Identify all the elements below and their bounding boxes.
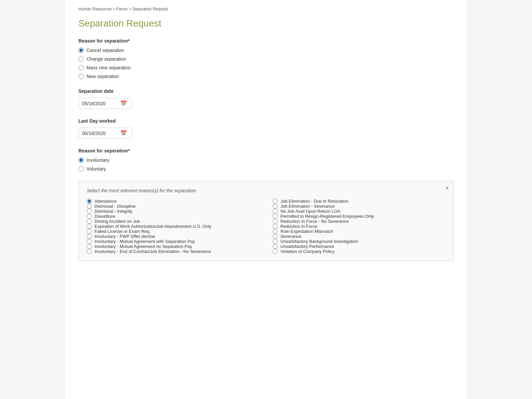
reason-radio-no-job-loa[interactable] [273, 209, 278, 214]
radio-option-mass[interactable]: Mass new separation [78, 65, 454, 70]
calendar-icon-sep[interactable]: 📅 [120, 100, 127, 107]
reasons-grid: AttendanceDismissal - DisciplineDismissa… [87, 199, 445, 254]
last-day-worked-label: Last Day worked [78, 118, 454, 124]
radio-option-change[interactable]: Change separation [78, 56, 454, 62]
radio-label-new: New separation [86, 74, 119, 79]
radio-label-sep-involuntary: Involuntary [86, 157, 109, 163]
reason-label-involuntary-fwp: Involuntary - FWP Offer decline [94, 234, 155, 239]
reason-radio-job-elim-severance[interactable] [273, 204, 278, 209]
reason-label-reduction-no-sev: Reduction In Force - No Severance [280, 219, 349, 224]
reason-label-severance: Severance [280, 234, 301, 239]
radio-input-sep-involuntary[interactable] [78, 157, 84, 163]
reason-label-attendance: Attendance [94, 199, 117, 204]
reason-option-attendance[interactable]: Attendance [87, 199, 259, 204]
reason-option-job-elim-relocation[interactable]: Job Elimination - Due to Relocation [273, 199, 445, 204]
radio-option-sep-voluntary[interactable]: Voluntary [78, 166, 454, 172]
reason-radio-permitted-resign[interactable] [273, 214, 278, 219]
reason-radio-involuntary-mutual-no-sep[interactable] [87, 244, 92, 249]
reason-option-reduction-force[interactable]: Reduction In Force [273, 224, 445, 229]
reason-radio-involuntary-end-contract[interactable] [87, 249, 92, 254]
reason-radio-unsatisfactory-perf[interactable] [273, 244, 278, 249]
radio-option-new[interactable]: New separation [78, 74, 454, 79]
radio-option-cancel[interactable]: Cancel separation [78, 48, 454, 53]
separation-date-section: Separation date 📅 [78, 88, 454, 109]
reason-label-no-job-loa: No Job Avail Upon Return LOA [280, 209, 340, 214]
reason-option-job-elim-severance[interactable]: Job Elimination - Severance [273, 204, 445, 209]
modal-title: Select the most relevent reason(s) for t… [87, 188, 445, 193]
reason-label-unsatisfactory-perf: Unsatisfactory Performance [280, 244, 334, 249]
reason-radio-divestiture[interactable] [87, 214, 92, 219]
reason-option-severance[interactable]: Severance [273, 234, 445, 239]
reason-label-dismissal-discipline: Dismissal - Discipline [94, 204, 136, 209]
breadcrumb-text: Human Resources > Forms > Separation Req… [78, 7, 168, 11]
reason-option-involuntary-end-contract[interactable]: Involuntary - End of ContractJob Elimina… [87, 249, 259, 254]
calendar-icon-ldw[interactable]: 📅 [120, 130, 127, 136]
reason-option-dismissal-discipline[interactable]: Dismissal - Discipline [87, 204, 259, 209]
reason-label-job-elim-relocation: Job Elimination - Due to Relocation [280, 199, 348, 204]
reason-radio-reduction-force[interactable] [273, 224, 278, 229]
reason-option-driving-accident[interactable]: Driving Accident on Job [87, 219, 259, 224]
reason-option-role-expectation[interactable]: Role Expectation Mismatch [273, 229, 445, 234]
radio-input-sep-voluntary[interactable] [78, 166, 84, 172]
reason-label-dismissal-integrity: Dismissal - Integrity [94, 209, 132, 214]
reason-radio-severance[interactable] [273, 234, 278, 239]
reason-option-violation-company[interactable]: Violation of Company Policy [273, 249, 445, 254]
separation-date-input-wrapper[interactable]: 📅 [78, 98, 132, 109]
reason-for-seperation-label: Reason for seperation* [78, 148, 454, 153]
radio-input-cancel[interactable] [78, 48, 84, 53]
reason-radio-dismissal-discipline[interactable] [87, 204, 92, 209]
reason-label-reduction-force: Reduction In Force [280, 224, 317, 229]
reasons-right-column: Job Elimination - Due to RelocationJob E… [273, 199, 445, 254]
reason-option-unsatisfactory-bg[interactable]: Unsatisfactory Background Investigation [273, 239, 445, 244]
reason-radio-driving-accident[interactable] [87, 219, 92, 224]
reason-option-dismissal-integrity[interactable]: Dismissal - Integrity [87, 209, 259, 214]
reason-option-reduction-no-sev[interactable]: Reduction In Force - No Severance [273, 219, 445, 224]
separation-date-input[interactable] [82, 101, 119, 106]
reason-option-expiration-work[interactable]: Expiration of Work AuthorizationJob Aban… [87, 224, 259, 229]
last-day-worked-input[interactable] [82, 131, 119, 136]
reason-option-failed-license[interactable]: Failed License or Exam Req. [87, 229, 259, 234]
reason-radio-attendance[interactable] [87, 199, 92, 204]
reason-option-unsatisfactory-perf[interactable]: Unsatisfactory Performance [273, 244, 445, 249]
reason-radio-involuntary-mutual-sep-pay[interactable] [87, 239, 92, 244]
reason-label-unsatisfactory-bg: Unsatisfactory Background Investigation [280, 239, 358, 244]
reason-radio-reduction-no-sev[interactable] [273, 219, 278, 224]
last-day-worked-section: Last Day worked 📅 [78, 118, 454, 139]
reason-option-involuntary-mutual-sep-pay[interactable]: Involuntary - Mutual Agreement with Sepa… [87, 239, 259, 244]
reason-option-permitted-resign[interactable]: Permitted to Resign-Registered Employees… [273, 214, 445, 219]
reason-label-failed-license: Failed License or Exam Req. [94, 229, 150, 234]
reason-radio-unsatisfactory-bg[interactable] [273, 239, 278, 244]
reason-label-driving-accident: Driving Accident on Job [94, 219, 140, 224]
page-container: Human Resources > Forms > Separation Req… [65, 0, 467, 399]
radio-input-mass[interactable] [78, 65, 84, 70]
reason-radio-role-expectation[interactable] [273, 229, 278, 234]
radio-input-change[interactable] [78, 56, 84, 62]
reason-radio-violation-company[interactable] [273, 249, 278, 254]
reason-radio-expiration-work[interactable] [87, 224, 92, 229]
reason-radio-involuntary-fwp[interactable] [87, 234, 92, 239]
reason-for-seperation-group: InvoluntaryVoluntary [78, 157, 454, 172]
reason-label-expiration-work: Expiration of Work AuthorizationJob Aban… [94, 224, 211, 229]
radio-input-new[interactable] [78, 74, 84, 79]
reason-option-involuntary-fwp[interactable]: Involuntary - FWP Offer decline [87, 234, 259, 239]
modal-close-button[interactable]: × [446, 185, 449, 191]
last-day-worked-input-wrapper[interactable]: 📅 [78, 128, 132, 139]
reason-label-job-elim-severance: Job Elimination - Severance [280, 204, 335, 209]
reason-for-separation-group: Cancel separationChange separationMass n… [78, 48, 454, 79]
reason-radio-failed-license[interactable] [87, 229, 92, 234]
page-title: Separation Request [78, 18, 454, 29]
radio-option-sep-involuntary[interactable]: Involuntary [78, 157, 454, 163]
reason-label-violation-company: Violation of Company Policy [280, 249, 335, 254]
reason-label-role-expectation: Role Expectation Mismatch [280, 229, 333, 234]
radio-label-sep-voluntary: Voluntary [86, 166, 106, 172]
reasons-left-column: AttendanceDismissal - DisciplineDismissa… [87, 199, 259, 254]
reason-radio-job-elim-relocation[interactable] [273, 199, 278, 204]
radio-label-change: Change separation [86, 56, 126, 62]
radio-label-cancel: Cancel separation [86, 48, 124, 53]
reason-for-seperation-section: Reason for seperation* InvoluntaryVolunt… [78, 148, 454, 172]
reason-option-involuntary-mutual-no-sep[interactable]: Involuntary - Mutual Agreement no Separa… [87, 244, 259, 249]
reason-label-involuntary-mutual-no-sep: Involuntary - Mutual Agreement no Separa… [94, 244, 192, 249]
reason-radio-dismissal-integrity[interactable] [87, 209, 92, 214]
reason-option-divestiture[interactable]: Divestiture [87, 214, 259, 219]
reason-option-no-job-loa[interactable]: No Job Avail Upon Return LOA [273, 209, 445, 214]
